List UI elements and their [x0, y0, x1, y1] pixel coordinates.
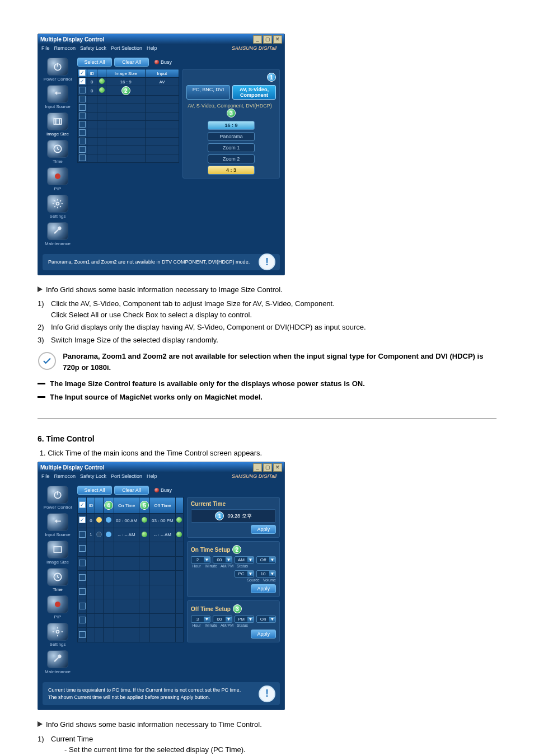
close-button[interactable]: ✕: [273, 463, 282, 472]
status-select[interactable]: Off▼: [256, 556, 276, 564]
menu-file[interactable]: File: [41, 45, 50, 51]
hour-select[interactable]: 2▼: [191, 556, 210, 564]
grid-row[interactable]: [78, 613, 184, 628]
sidebar-item-pip[interactable]: PIP: [43, 595, 72, 619]
volume-select[interactable]: 10▼: [256, 570, 276, 577]
minute-select[interactable]: 00▼: [213, 556, 232, 564]
grid-row[interactable]: 1 -- : -- AM -- : -- AM: [78, 528, 184, 542]
numbered-list: 1) Current Time - Set the current time f…: [38, 734, 496, 756]
sidebar-item-maintenance[interactable]: Maintenance: [43, 650, 72, 674]
menu-portselection[interactable]: Port Selection: [111, 473, 142, 479]
minimize-button[interactable]: _: [253, 463, 262, 472]
field-label: Status: [237, 623, 248, 627]
tab-av-svideo-component[interactable]: AV, S-Video, Component: [232, 85, 276, 100]
checkbox-icon[interactable]: [79, 146, 86, 153]
close-button[interactable]: ✕: [273, 35, 282, 44]
sidebar-item-maintenance[interactable]: Maintenance: [43, 222, 72, 246]
checkbox-icon[interactable]: [79, 104, 86, 111]
clear-all-button[interactable]: Clear All: [114, 486, 149, 495]
menu-remocon[interactable]: Remocon: [54, 473, 76, 479]
sidebar-item-input[interactable]: Input Source: [43, 85, 72, 109]
checkbox-icon[interactable]: [79, 603, 86, 609]
sidebar-item-time[interactable]: Time: [43, 568, 72, 592]
sidebar-item-time[interactable]: Time: [43, 140, 72, 164]
grid-row[interactable]: [78, 154, 179, 163]
grid-row[interactable]: [78, 556, 184, 571]
grid-row[interactable]: 0 02 : 00 AM 03 : 00 PM: [78, 514, 184, 528]
option-panorama[interactable]: Panorama: [208, 132, 255, 141]
sidebar-item-pip[interactable]: PIP: [43, 167, 72, 191]
hour-select[interactable]: 3▼: [191, 616, 210, 623]
menu-help[interactable]: Help: [147, 45, 157, 51]
grid-row[interactable]: [78, 112, 179, 121]
menu-portselection[interactable]: Port Selection: [111, 45, 142, 51]
checkbox-icon[interactable]: [79, 560, 86, 566]
sidebar-item-label: Power Control: [44, 77, 72, 82]
select-all-button[interactable]: Select All: [77, 58, 112, 67]
grid-row[interactable]: [78, 104, 179, 112]
sidebar-item-imagesize[interactable]: Image Size: [43, 541, 72, 565]
checkbox-icon[interactable]: [79, 631, 86, 638]
select-all-button[interactable]: Select All: [77, 486, 112, 495]
option-4-3[interactable]: 4 : 3: [208, 166, 255, 175]
grid-row[interactable]: [78, 129, 179, 138]
checkbox-icon[interactable]: [79, 138, 86, 144]
checkbox-icon[interactable]: [79, 574, 86, 581]
ampm-select[interactable]: PM▼: [235, 616, 254, 623]
option-16-9[interactable]: 16 : 9: [208, 121, 255, 130]
grid-row[interactable]: [78, 599, 184, 614]
grid-row[interactable]: [78, 542, 184, 557]
grid-row[interactable]: [78, 138, 179, 146]
grid-row[interactable]: [78, 628, 184, 642]
checkbox-icon[interactable]: [79, 96, 86, 102]
checkbox-icon[interactable]: [79, 617, 86, 623]
grid-row[interactable]: [78, 96, 179, 104]
grid-row[interactable]: [78, 121, 179, 129]
grid-row[interactable]: 0 16 : 9 AV: [78, 78, 179, 86]
menu-help[interactable]: Help: [147, 473, 157, 479]
maximize-button[interactable]: ▢: [263, 463, 272, 472]
checkbox-icon[interactable]: [79, 87, 86, 93]
checkbox-icon[interactable]: [79, 516, 86, 523]
option-zoom2[interactable]: Zoom 2: [208, 154, 255, 163]
menu-safetylock[interactable]: Safety Lock: [80, 473, 106, 479]
sidebar-item-imagesize[interactable]: Image Size: [43, 112, 72, 137]
grid-row[interactable]: [78, 571, 184, 585]
grid-row[interactable]: [78, 146, 179, 154]
menu-remocon[interactable]: Remocon: [54, 45, 76, 51]
clear-all-button[interactable]: Clear All: [114, 58, 149, 67]
status-select[interactable]: On▼: [256, 616, 276, 623]
checkbox-icon[interactable]: [79, 121, 86, 128]
select-value: PM: [235, 616, 247, 622]
tab-pc-bnc-dvi[interactable]: PC, BNC, DVI: [186, 85, 230, 100]
apply-button[interactable]: Apply: [251, 584, 276, 593]
grid-row[interactable]: 0 2: [78, 86, 179, 96]
minimize-button[interactable]: _: [253, 35, 262, 44]
checkbox-icon[interactable]: [79, 112, 86, 119]
sidebar-item-settings[interactable]: Settings: [43, 623, 72, 647]
menu-safetylock[interactable]: Safety Lock: [80, 45, 106, 51]
sidebar-item-power[interactable]: Power Control: [43, 486, 72, 510]
sidebar-item-power[interactable]: Power Control: [43, 58, 72, 82]
checkbox-icon[interactable]: [79, 588, 86, 595]
checkbox-icon[interactable]: [79, 129, 86, 136]
checkbox-icon[interactable]: [79, 69, 86, 76]
minute-select[interactable]: 00▼: [213, 616, 232, 623]
checkbox-icon[interactable]: [79, 545, 86, 552]
grid-row[interactable]: [78, 585, 184, 599]
sidebar-item-input[interactable]: Input Source: [43, 513, 72, 537]
checkbox-icon[interactable]: [79, 78, 86, 84]
sidebar-item-settings[interactable]: Settings: [43, 195, 72, 219]
maximize-button[interactable]: ▢: [263, 35, 272, 44]
checkbox-icon[interactable]: [79, 154, 86, 161]
clock-icon: [47, 140, 68, 158]
checkbox-icon[interactable]: [79, 501, 86, 508]
source-select[interactable]: PC▼: [235, 570, 254, 577]
apply-button[interactable]: Apply: [251, 630, 276, 638]
titlebar: Multiple Display Control _ ▢ ✕: [38, 34, 284, 44]
option-zoom1[interactable]: Zoom 1: [208, 143, 255, 152]
checkbox-icon[interactable]: [79, 531, 86, 538]
ampm-select[interactable]: AM▼: [235, 556, 254, 564]
apply-button[interactable]: Apply: [251, 525, 276, 534]
menu-file[interactable]: File: [41, 473, 50, 479]
